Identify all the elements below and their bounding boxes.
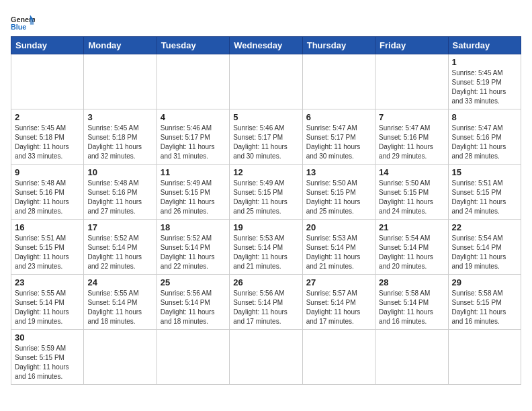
- calendar-cell: 20Sunrise: 5:53 AM Sunset: 5:14 PM Dayli…: [302, 220, 375, 275]
- calendar-cell: 8Sunrise: 5:47 AM Sunset: 5:16 PM Daylig…: [448, 109, 521, 165]
- calendar-cell: [302, 330, 375, 385]
- header: General Blue: [11, 11, 521, 32]
- calendar-cell: 25Sunrise: 5:56 AM Sunset: 5:14 PM Dayli…: [157, 275, 229, 330]
- calendar-cell: 3Sunrise: 5:45 AM Sunset: 5:18 PM Daylig…: [84, 109, 157, 165]
- week-row-4: 16Sunrise: 5:51 AM Sunset: 5:15 PM Dayli…: [11, 220, 521, 275]
- day-info: Sunrise: 5:59 AM Sunset: 5:15 PM Dayligh…: [15, 344, 80, 381]
- calendar-cell: [157, 330, 229, 385]
- day-info: Sunrise: 5:48 AM Sunset: 5:16 PM Dayligh…: [15, 179, 80, 216]
- day-info: Sunrise: 5:54 AM Sunset: 5:14 PM Dayligh…: [452, 234, 517, 271]
- day-info: Sunrise: 5:48 AM Sunset: 5:16 PM Dayligh…: [87, 179, 152, 216]
- day-number: 21: [379, 222, 444, 232]
- day-number: 29: [452, 277, 517, 287]
- weekday-tuesday: Tuesday: [157, 37, 229, 54]
- calendar-cell: 17Sunrise: 5:52 AM Sunset: 5:14 PM Dayli…: [84, 220, 157, 275]
- day-info: Sunrise: 5:49 AM Sunset: 5:15 PM Dayligh…: [161, 179, 226, 216]
- calendar-cell: 1Sunrise: 5:45 AM Sunset: 5:19 PM Daylig…: [448, 54, 521, 109]
- day-info: Sunrise: 5:54 AM Sunset: 5:14 PM Dayligh…: [379, 234, 444, 271]
- weekday-saturday: Saturday: [448, 37, 521, 54]
- day-number: 8: [452, 112, 517, 122]
- calendar-cell: [230, 330, 302, 385]
- day-number: 3: [87, 112, 152, 122]
- calendar-cell: 2Sunrise: 5:45 AM Sunset: 5:18 PM Daylig…: [11, 109, 84, 165]
- calendar: SundayMondayTuesdayWednesdayThursdayFrid…: [11, 36, 521, 385]
- day-number: 12: [233, 167, 298, 177]
- calendar-cell: 21Sunrise: 5:54 AM Sunset: 5:14 PM Dayli…: [375, 220, 448, 275]
- weekday-wednesday: Wednesday: [230, 37, 302, 54]
- day-number: 4: [161, 112, 226, 122]
- weekday-friday: Friday: [375, 37, 448, 54]
- day-number: 22: [452, 222, 517, 232]
- calendar-cell: 10Sunrise: 5:48 AM Sunset: 5:16 PM Dayli…: [84, 165, 157, 220]
- day-info: Sunrise: 5:49 AM Sunset: 5:15 PM Dayligh…: [233, 179, 298, 216]
- day-number: 2: [15, 112, 80, 122]
- day-number: 23: [15, 277, 80, 287]
- day-number: 19: [233, 222, 298, 232]
- day-info: Sunrise: 5:56 AM Sunset: 5:14 PM Dayligh…: [161, 289, 226, 326]
- day-info: Sunrise: 5:55 AM Sunset: 5:14 PM Dayligh…: [15, 289, 80, 326]
- calendar-cell: 13Sunrise: 5:50 AM Sunset: 5:15 PM Dayli…: [302, 165, 375, 220]
- logo-icon: General Blue: [11, 13, 35, 32]
- day-info: Sunrise: 5:58 AM Sunset: 5:14 PM Dayligh…: [379, 289, 444, 326]
- calendar-cell: 9Sunrise: 5:48 AM Sunset: 5:16 PM Daylig…: [11, 165, 84, 220]
- calendar-cell: 29Sunrise: 5:58 AM Sunset: 5:15 PM Dayli…: [448, 275, 521, 330]
- day-info: Sunrise: 5:46 AM Sunset: 5:17 PM Dayligh…: [233, 124, 298, 161]
- calendar-cell: [375, 54, 448, 109]
- svg-marker-3: [30, 20, 34, 25]
- weekday-sunday: Sunday: [11, 37, 84, 54]
- calendar-cell: 26Sunrise: 5:56 AM Sunset: 5:14 PM Dayli…: [230, 275, 302, 330]
- calendar-cell: 28Sunrise: 5:58 AM Sunset: 5:14 PM Dayli…: [375, 275, 448, 330]
- day-number: 25: [161, 277, 226, 287]
- day-number: 30: [15, 332, 80, 342]
- day-number: 15: [452, 167, 517, 177]
- day-number: 1: [452, 57, 517, 67]
- day-number: 24: [87, 277, 152, 287]
- svg-text:Blue: Blue: [11, 23, 26, 31]
- week-row-2: 2Sunrise: 5:45 AM Sunset: 5:18 PM Daylig…: [11, 109, 521, 165]
- calendar-cell: 5Sunrise: 5:46 AM Sunset: 5:17 PM Daylig…: [230, 109, 302, 165]
- day-info: Sunrise: 5:45 AM Sunset: 5:18 PM Dayligh…: [87, 124, 152, 161]
- calendar-cell: [230, 54, 302, 109]
- calendar-cell: [448, 330, 521, 385]
- weekday-thursday: Thursday: [302, 37, 375, 54]
- week-row-5: 23Sunrise: 5:55 AM Sunset: 5:14 PM Dayli…: [11, 275, 521, 330]
- calendar-cell: [84, 330, 157, 385]
- calendar-cell: 16Sunrise: 5:51 AM Sunset: 5:15 PM Dayli…: [11, 220, 84, 275]
- calendar-cell: [302, 54, 375, 109]
- day-info: Sunrise: 5:47 AM Sunset: 5:16 PM Dayligh…: [452, 124, 517, 161]
- day-info: Sunrise: 5:50 AM Sunset: 5:15 PM Dayligh…: [379, 179, 444, 216]
- calendar-cell: 4Sunrise: 5:46 AM Sunset: 5:17 PM Daylig…: [157, 109, 229, 165]
- week-row-3: 9Sunrise: 5:48 AM Sunset: 5:16 PM Daylig…: [11, 165, 521, 220]
- weekday-monday: Monday: [84, 37, 157, 54]
- calendar-cell: 11Sunrise: 5:49 AM Sunset: 5:15 PM Dayli…: [157, 165, 229, 220]
- week-row-6: 30Sunrise: 5:59 AM Sunset: 5:15 PM Dayli…: [11, 330, 521, 385]
- day-number: 7: [379, 112, 444, 122]
- day-info: Sunrise: 5:58 AM Sunset: 5:15 PM Dayligh…: [452, 289, 517, 326]
- calendar-cell: 15Sunrise: 5:51 AM Sunset: 5:15 PM Dayli…: [448, 165, 521, 220]
- day-number: 20: [306, 222, 371, 232]
- day-info: Sunrise: 5:52 AM Sunset: 5:14 PM Dayligh…: [161, 234, 226, 271]
- day-info: Sunrise: 5:51 AM Sunset: 5:15 PM Dayligh…: [452, 179, 517, 216]
- day-number: 14: [379, 167, 444, 177]
- calendar-cell: 19Sunrise: 5:53 AM Sunset: 5:14 PM Dayli…: [230, 220, 302, 275]
- day-number: 9: [15, 167, 80, 177]
- day-number: 13: [306, 167, 371, 177]
- logo: General Blue: [11, 13, 35, 32]
- day-number: 16: [15, 222, 80, 232]
- calendar-cell: 22Sunrise: 5:54 AM Sunset: 5:14 PM Dayli…: [448, 220, 521, 275]
- day-number: 27: [306, 277, 371, 287]
- calendar-cell: 14Sunrise: 5:50 AM Sunset: 5:15 PM Dayli…: [375, 165, 448, 220]
- day-number: 11: [161, 167, 226, 177]
- calendar-cell: [84, 54, 157, 109]
- day-info: Sunrise: 5:53 AM Sunset: 5:14 PM Dayligh…: [233, 234, 298, 271]
- day-info: Sunrise: 5:47 AM Sunset: 5:17 PM Dayligh…: [306, 124, 371, 161]
- calendar-cell: 7Sunrise: 5:47 AM Sunset: 5:16 PM Daylig…: [375, 109, 448, 165]
- calendar-cell: 27Sunrise: 5:57 AM Sunset: 5:14 PM Dayli…: [302, 275, 375, 330]
- day-number: 18: [161, 222, 226, 232]
- day-info: Sunrise: 5:57 AM Sunset: 5:14 PM Dayligh…: [306, 289, 371, 326]
- calendar-cell: 18Sunrise: 5:52 AM Sunset: 5:14 PM Dayli…: [157, 220, 229, 275]
- day-info: Sunrise: 5:50 AM Sunset: 5:15 PM Dayligh…: [306, 179, 371, 216]
- calendar-cell: [157, 54, 229, 109]
- day-info: Sunrise: 5:45 AM Sunset: 5:18 PM Dayligh…: [15, 124, 80, 161]
- week-row-1: 1Sunrise: 5:45 AM Sunset: 5:19 PM Daylig…: [11, 54, 521, 109]
